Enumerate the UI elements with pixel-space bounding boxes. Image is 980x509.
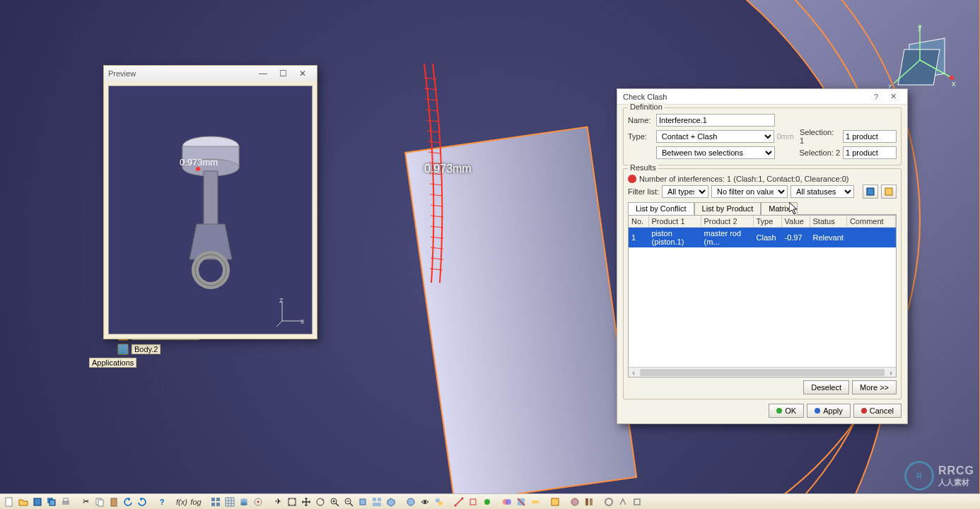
tree-item-applications[interactable]: Applications [86,357,202,368]
svg-point-76 [407,498,414,505]
more-button[interactable]: More >> [852,380,897,394]
col-no[interactable]: No. [629,216,648,228]
measure-between-icon[interactable] [453,496,465,508]
svg-rect-29 [204,171,218,228]
preview-measurement: 0.973mm [180,157,218,168]
distance-band-icon[interactable] [529,496,542,508]
type-select[interactable]: Contact + Clash [656,130,774,143]
col-comment[interactable]: Comment [846,216,895,228]
tab-list-by-conflict[interactable]: List by Conflict [628,202,694,215]
scroll-left-icon[interactable]: ‹ [629,368,638,377]
layers-icon[interactable] [238,496,250,508]
svg-rect-92 [585,498,588,505]
cut-icon[interactable]: ✂ [79,496,92,508]
svg-rect-43 [49,500,55,505]
check-clash-dialog: Check Clash ? ✕ Definition Name: Type: C… [617,88,908,424]
fly-icon[interactable]: ✈ [272,496,284,508]
name-input[interactable] [656,114,775,127]
swap-icon[interactable] [433,496,445,508]
iso-view-icon[interactable] [385,496,397,508]
save-icon[interactable] [31,496,44,508]
cancel-button[interactable]: Cancel [853,404,902,418]
new-icon[interactable] [3,496,16,508]
ok-button[interactable]: OK [769,404,804,418]
result-row[interactable]: 1 piston (piston.1) master rod (m... Cla… [629,228,896,248]
detailed-results-icon-button[interactable] [881,185,897,199]
close-button[interactable]: ✕ [885,90,902,103]
export-icon-button[interactable] [863,185,878,199]
zoom-in-icon[interactable] [328,496,341,508]
svg-line-7 [428,141,441,143]
svg-line-3 [425,99,438,100]
preview-viewport[interactable]: 0.973mm z x [108,86,313,334]
selection1-input[interactable] [843,130,897,143]
preview-titlebar[interactable]: Preview — ☐ ✕ [104,66,317,81]
tool-a-icon[interactable] [602,496,615,508]
col-status[interactable]: Status [810,216,846,228]
copy-icon[interactable] [93,496,106,508]
apply-button[interactable]: Apply [807,404,851,418]
col-product1[interactable]: Product 1 [648,216,701,228]
open-icon[interactable] [17,496,30,508]
help-button[interactable]: ? [868,90,885,103]
save-all-icon[interactable] [45,496,58,508]
selection2-input[interactable] [843,146,897,159]
hide-show-icon[interactable] [419,496,431,508]
zoom-out-icon[interactable] [342,496,355,508]
minimize-button[interactable]: — [253,67,273,80]
fog-icon[interactable]: fog [189,496,202,508]
snap-icon[interactable] [252,496,264,508]
print-icon[interactable] [59,496,72,508]
close-button[interactable]: ✕ [293,67,313,80]
col-value[interactable]: Value [781,216,810,228]
measure-item-icon[interactable] [467,496,479,508]
watermark: R RRCG 人人素材 [904,461,974,491]
window-tile-icon[interactable] [209,496,222,508]
svg-rect-45 [64,498,68,501]
measure-inertia-icon[interactable] [481,496,494,508]
compass-triad[interactable]: y x z [881,21,959,99]
scroll-thumb[interactable] [640,369,885,376]
tab-list-by-product[interactable]: List by Product [694,202,762,215]
paste-icon[interactable] [107,496,120,508]
scope-select[interactable]: Between two selections [656,146,775,159]
group-label: Results [628,163,658,172]
svg-rect-41 [34,498,41,505]
horizontal-scrollbar[interactable]: ‹ › [629,367,896,377]
rotate-icon[interactable] [314,496,327,508]
measurement-label: 0.973mm [424,163,472,175]
grid-icon[interactable] [223,496,236,508]
deselect-button[interactable]: Deselect [803,380,849,394]
fx-icon[interactable]: f(x) [175,496,188,508]
maximize-button[interactable]: ☐ [273,67,293,80]
col-product2[interactable]: Product 2 [701,216,753,228]
clash-icon[interactable] [501,496,513,508]
redo-icon[interactable] [136,496,148,508]
filter-value-select[interactable]: No filter on value [711,185,788,198]
scroll-right-icon[interactable]: › [886,368,896,377]
catalog2-icon[interactable] [583,496,595,508]
fit-all-icon[interactable] [286,496,298,508]
filter-status-select[interactable]: All statuses [791,185,854,198]
tree-item-body[interactable]: Body.2 [115,343,202,356]
sectioning-icon[interactable] [515,496,527,508]
normal-view-icon[interactable] [356,496,369,508]
filter-types-select[interactable]: All types [662,185,708,198]
col-type[interactable]: Type [753,216,781,228]
cell-value: -0.97 [781,228,810,248]
help-icon[interactable]: ? [156,496,168,508]
svg-point-82 [462,497,464,499]
multi-view-icon[interactable] [371,496,383,508]
undo-icon[interactable] [122,496,134,508]
apply-dot-icon [815,408,820,414]
svg-point-86 [506,499,511,505]
render-style-icon[interactable] [404,496,417,508]
pan-icon[interactable] [300,496,313,508]
tool-c-icon[interactable] [631,496,643,508]
bottom-toolbar: ✂ ? f(x) fog ✈ [0,493,980,509]
catalog-icon[interactable] [549,496,561,508]
apply-material-icon[interactable] [568,496,581,508]
results-table[interactable]: No. Product 1 Product 2 Type Value Statu… [628,215,897,378]
svg-line-70 [350,503,353,506]
tool-b-icon[interactable] [617,496,629,508]
